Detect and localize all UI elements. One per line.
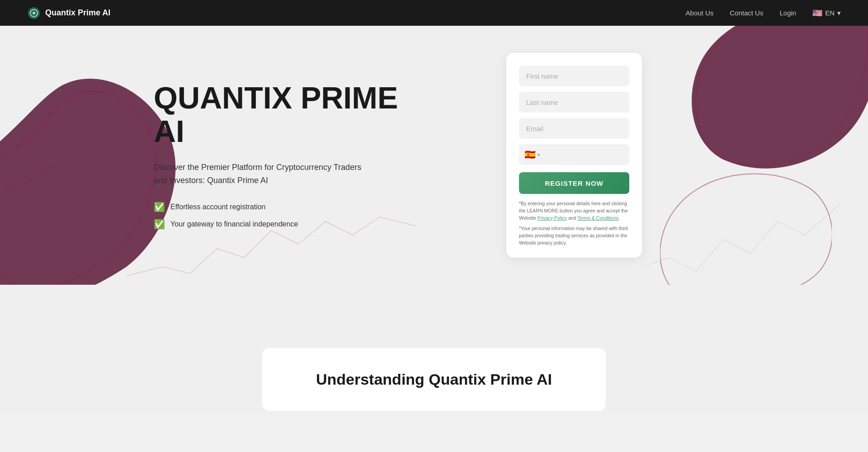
navbar: Quantix Prime AI About Us Contact Us Log… xyxy=(0,0,868,26)
form-disclaimer-text: *By entering your personal details here … xyxy=(519,200,629,221)
hero-title: QUANTIX PRIME AI xyxy=(154,81,506,149)
nav-links: About Us Contact Us Login 🇺🇸 EN ▾ xyxy=(686,8,841,18)
spacer-section xyxy=(0,285,868,348)
check-icon-1: ✅ xyxy=(154,202,165,212)
phone-dropdown-arrow-icon: ▾ xyxy=(538,152,540,157)
last-name-input[interactable] xyxy=(519,92,629,113)
privacy-policy-link[interactable]: Privacy Policy xyxy=(538,215,567,221)
feature-label-2: Your gateway to financial independence xyxy=(170,220,298,228)
chart-decoration-right xyxy=(642,167,841,285)
email-input[interactable] xyxy=(519,118,629,139)
phone-flag-icon: 🇪🇸 xyxy=(524,149,536,160)
nav-contact-link[interactable]: Contact Us xyxy=(730,9,763,17)
understanding-title: Understanding Quantix Prime AI xyxy=(289,371,579,388)
lang-arrow-icon: ▾ xyxy=(837,9,841,17)
svg-point-2 xyxy=(33,12,35,14)
hero-features-list: ✅ Effortless account registration ✅ Your… xyxy=(154,202,506,230)
register-now-button[interactable]: REGISTER NOW xyxy=(519,172,629,194)
hero-title-line2: AI xyxy=(154,114,184,148)
nav-item-contact[interactable]: Contact Us xyxy=(730,9,763,17)
hero-section: QUANTIX PRIME AI Discover the Premier Pl… xyxy=(0,26,868,285)
terms-conditions-link[interactable]: Terms & Conditions xyxy=(577,215,618,221)
brand-icon xyxy=(27,6,41,20)
feature-item-1: ✅ Effortless account registration xyxy=(154,202,506,212)
language-selector[interactable]: 🇺🇸 EN ▾ xyxy=(812,8,841,18)
hero-title-line1: QUANTIX PRIME xyxy=(154,80,398,115)
nav-login-link[interactable]: Login xyxy=(779,9,796,17)
check-icon-2: ✅ xyxy=(154,219,165,230)
understanding-card: Understanding Quantix Prime AI xyxy=(262,348,606,411)
blob-right-top-decoration xyxy=(692,26,868,179)
nav-item-login[interactable]: Login xyxy=(779,9,796,17)
hero-subtitle: Discover the Premier Platform for Crypto… xyxy=(154,161,362,187)
nav-about-link[interactable]: About Us xyxy=(686,9,714,17)
phone-selector[interactable]: 🇪🇸 ▾ xyxy=(519,144,629,165)
brand-name: Quantix Prime AI xyxy=(45,8,110,18)
feature-item-2: ✅ Your gateway to financial independence xyxy=(154,219,506,230)
form-privacy-text: *Your personal information may be shared… xyxy=(519,225,629,246)
lang-code: EN xyxy=(825,9,835,17)
lang-flag-icon: 🇺🇸 xyxy=(812,8,822,18)
hero-content: QUANTIX PRIME AI Discover the Premier Pl… xyxy=(154,81,506,230)
understanding-section: Understanding Quantix Prime AI xyxy=(0,348,868,411)
registration-form-card: 🇪🇸 ▾ REGISTER NOW *By entering your pers… xyxy=(506,53,642,258)
first-name-input[interactable] xyxy=(519,66,629,86)
feature-label-1: Effortless account registration xyxy=(170,203,265,211)
nav-item-about[interactable]: About Us xyxy=(686,9,714,17)
brand-link[interactable]: Quantix Prime AI xyxy=(27,6,110,20)
